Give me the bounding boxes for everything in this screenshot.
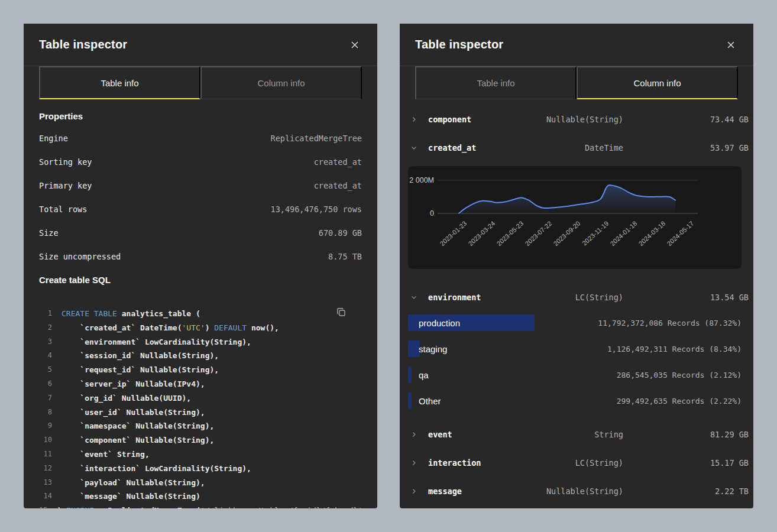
env-value-records: 11,792,372,086 Records (87.32%) — [598, 319, 742, 327]
copy-icon — [336, 307, 347, 317]
property-value: 13,496,476,750 rows — [271, 205, 362, 214]
env-value-label: qa — [408, 370, 429, 380]
property-label: Size — [39, 228, 59, 238]
property-row: Primary key created_at — [39, 180, 362, 191]
column-name: event — [428, 430, 523, 439]
column-type: LC(String) — [523, 293, 623, 302]
sql-code-lines: 1CREATE TABLE analytics_table (2 `create… — [39, 307, 362, 508]
property-value: 8.75 TB — [328, 252, 362, 261]
svg-text:2024-05-17: 2024-05-17 — [665, 220, 695, 248]
env-value-row-qa: qa 286,545,035 Records (2.12%) — [400, 362, 753, 388]
env-bar-wrap: qa — [408, 366, 617, 383]
property-value: 670.89 GB — [319, 228, 362, 238]
svg-text:2023-07-22: 2023-07-22 — [523, 220, 553, 248]
env-value-records: 299,492,635 Records (2.22%) — [617, 397, 742, 406]
tab-bar: Table info Column info — [39, 66, 362, 99]
column-row-interaction[interactable]: interaction LC(String) 15.17 GB — [400, 449, 753, 477]
column-type: Nullable(String) — [523, 486, 623, 496]
property-value: created_at — [314, 157, 362, 167]
svg-text:2023-03-24: 2023-03-24 — [467, 220, 496, 248]
copy-button[interactable] — [335, 307, 347, 319]
property-value: created_at — [314, 181, 362, 190]
env-bar-wrap: production — [408, 314, 598, 331]
column-name: component — [428, 115, 523, 124]
property-label: Size uncompressed — [39, 252, 121, 261]
create-table-sql-heading: Create table SQL — [39, 275, 362, 286]
property-row: Total rows 13,496,476,750 rows — [39, 204, 362, 215]
chevron-right-icon — [409, 115, 419, 124]
chevron-right-icon — [409, 430, 419, 439]
column-size: 73.44 GB — [623, 115, 749, 124]
tab-bar: Table info Column info — [415, 66, 738, 99]
svg-text:0: 0 — [430, 209, 434, 218]
chart-y-axis-labels: 02 000M — [409, 176, 434, 218]
column-size: 15.17 GB — [623, 458, 749, 468]
property-value: ReplicatedMergeTree — [271, 134, 362, 143]
svg-text:2023-09-20: 2023-09-20 — [552, 220, 581, 248]
svg-text:2024-03-18: 2024-03-18 — [637, 220, 666, 248]
svg-text:2023-01-23: 2023-01-23 — [438, 220, 468, 248]
column-size: 53.97 GB — [623, 143, 749, 153]
property-label: Primary key — [39, 181, 92, 190]
env-value-row-other: Other 299,492,635 Records (2.22%) — [400, 388, 753, 414]
env-bar-wrap: staging — [408, 340, 607, 357]
column-size: 81.29 GB — [623, 430, 749, 439]
property-row: Size 670.89 GB — [39, 228, 362, 238]
chevron-down-icon — [409, 293, 419, 302]
column-type: LC(String) — [523, 458, 623, 468]
column-row-environment[interactable]: environment LC(String) 13.54 GB — [400, 283, 753, 312]
column-type: Nullable(String) — [523, 115, 623, 124]
tab-table-info[interactable]: Table info — [415, 66, 577, 99]
column-name: environment — [428, 293, 523, 302]
column-size: 13.54 GB — [623, 293, 749, 302]
env-value-row-staging: staging 1,126,492,311 Records (8.34%) — [400, 336, 753, 362]
property-row: Engine ReplicatedMergeTree — [39, 133, 362, 144]
column-name: interaction — [428, 458, 523, 468]
column-row-event[interactable]: event String 81.29 GB — [400, 420, 753, 449]
close-button[interactable] — [348, 38, 362, 52]
created-at-distribution-chart: 02 000M 2023-01-232023-03-242023-05-2320… — [408, 166, 742, 269]
env-value-label: production — [408, 318, 460, 328]
env-value-label: staging — [408, 344, 447, 354]
svg-text:2023-11-19: 2023-11-19 — [581, 220, 610, 247]
property-label: Total rows — [39, 205, 87, 214]
column-size: 2.22 TB — [623, 486, 749, 496]
modal-header: Table inspector — [400, 24, 753, 66]
sql-code-block: 1CREATE TABLE analytics_table (2 `create… — [39, 307, 362, 508]
chevron-down-icon — [409, 143, 419, 153]
env-value-records: 286,545,035 Records (2.12%) — [617, 371, 742, 379]
column-row-component[interactable]: component Nullable(String) 73.44 GB — [400, 105, 753, 134]
modal-title: Table inspector — [39, 38, 127, 51]
property-label: Sorting key — [39, 157, 92, 167]
svg-text:2023-05-23: 2023-05-23 — [495, 220, 525, 248]
property-label: Engine — [39, 134, 68, 143]
chart-area-fill — [459, 185, 675, 213]
close-icon — [350, 40, 360, 50]
svg-text:2 000M: 2 000M — [409, 176, 434, 184]
property-row: Sorting key created_at — [39, 157, 362, 167]
column-type: String — [523, 430, 623, 439]
tab-column-info[interactable]: Column info — [577, 66, 738, 99]
tab-column-info[interactable]: Column info — [200, 66, 362, 99]
property-row: Size uncompressed 8.75 TB — [39, 251, 362, 262]
column-row-created-at[interactable]: created_at DateTime 53.97 GB — [400, 134, 753, 162]
column-name: message — [428, 486, 523, 496]
chevron-right-icon — [409, 486, 419, 496]
env-value-row-production: production 11,792,372,086 Records (87.32… — [400, 310, 753, 336]
column-name: created_at — [428, 143, 523, 153]
modal-title: Table inspector — [415, 38, 503, 51]
svg-text:2024-01-18: 2024-01-18 — [608, 220, 638, 248]
env-value-label: Other — [408, 396, 441, 406]
close-icon — [726, 40, 736, 50]
close-button[interactable] — [724, 38, 738, 52]
table-inspector-modal-table-info: Table inspector Table info Column info P… — [24, 24, 377, 508]
column-row-message[interactable]: message Nullable(String) 2.22 TB — [400, 477, 753, 505]
chart-x-axis-labels: 2023-01-232023-03-242023-05-232023-07-22… — [438, 220, 695, 248]
column-type: DateTime — [523, 143, 623, 153]
tab-table-info[interactable]: Table info — [39, 66, 200, 99]
table-inspector-modal-column-info: Table inspector Table info Column info c… — [400, 24, 753, 508]
chevron-right-icon — [409, 458, 419, 468]
column-list: component Nullable(String) 73.44 GB crea… — [400, 99, 753, 505]
modal-header: Table inspector — [24, 24, 377, 66]
env-value-records: 1,126,492,311 Records (8.34%) — [607, 345, 742, 353]
